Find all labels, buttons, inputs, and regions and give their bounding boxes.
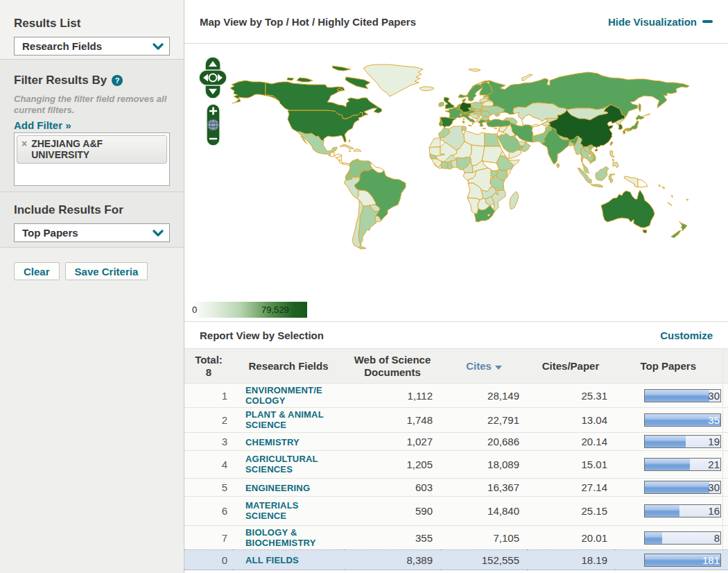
field-link[interactable]: MATERIALS SCIENCE: [245, 500, 325, 521]
clear-button[interactable]: Clear: [14, 262, 60, 280]
cites-cell: 152,555: [441, 550, 527, 570]
field-link[interactable]: ENVIRONMENT/ECOLOGY: [245, 385, 325, 406]
world-map-countries: [230, 65, 689, 249]
country-baffin[interactable]: [345, 77, 370, 89]
country-crimea[interactable]: [495, 114, 500, 117]
country-iceland[interactable]: [419, 87, 434, 91]
country-australia[interactable]: [601, 190, 655, 228]
cites-cell: 22,791: [441, 408, 527, 433]
country-denmark[interactable]: [462, 99, 466, 102]
country-fiji-group[interactable]: [686, 199, 688, 200]
legend-max-label: 79,529: [261, 305, 289, 315]
customize-link[interactable]: Customize: [660, 330, 713, 341]
country-cyprus[interactable]: [494, 128, 497, 129]
country-ellesmere[interactable]: [332, 66, 351, 71]
country-greenland[interactable]: [363, 65, 423, 96]
field-link[interactable]: PLANT & ANIMAL SCIENCE: [245, 409, 325, 430]
country-uae[interactable]: [519, 142, 526, 146]
cites-cell: 28,149: [441, 384, 527, 408]
country-jamaica[interactable]: [349, 151, 351, 152]
esi-page: Results List Research Fields Filter Resu…: [0, 0, 728, 573]
top-papers-bar: 30: [644, 389, 721, 402]
country-ireland[interactable]: [439, 102, 444, 107]
map-visualization: 0 79,529: [184, 44, 728, 322]
map-controls[interactable]: [199, 57, 227, 158]
include-results-section: Include Results For Top Papers: [0, 192, 184, 248]
country-tasmania[interactable]: [643, 230, 647, 233]
country-corsica[interactable]: [463, 119, 465, 120]
zoom-control[interactable]: [207, 104, 220, 146]
table-row: 6 MATERIALS SCIENCE 590 14,840 25.15 16: [184, 497, 728, 526]
col-header-top-papers[interactable]: Top Papers: [614, 349, 722, 384]
country-w-sahara[interactable]: [429, 137, 440, 148]
country-costa-rica[interactable]: [339, 160, 343, 163]
country-svalbard[interactable]: [469, 69, 480, 71]
documents-cell: 355: [344, 526, 441, 550]
include-results-dropdown[interactable]: Top Papers: [14, 223, 170, 242]
results-list-dropdown[interactable]: Research Fields: [14, 37, 170, 55]
country-vanuatu[interactable]: [672, 195, 673, 198]
top-papers-bar: 21: [644, 458, 721, 471]
country-victoria-island[interactable]: [297, 78, 313, 82]
country-south-korea[interactable]: [618, 124, 623, 130]
country-guatemala[interactable]: [330, 152, 334, 157]
field-link[interactable]: ENGINEERING: [245, 483, 310, 493]
save-criteria-button[interactable]: Save Criteria: [65, 262, 148, 280]
country-kamchatka-kuril[interactable]: [644, 114, 650, 116]
country-philippines[interactable]: [610, 151, 618, 168]
field-link[interactable]: CHEMISTRY: [245, 437, 300, 447]
hide-visualization-link[interactable]: Hide Visualization: [608, 16, 713, 28]
spacer-cell: [722, 433, 728, 451]
field-link[interactable]: BIOLOGY & BIOCHEMISTRY: [245, 527, 325, 548]
field-cell: PLANT & ANIMAL SCIENCE: [233, 408, 344, 433]
rank-cell: 2: [184, 408, 233, 433]
country-solomon[interactable]: [659, 185, 665, 189]
filter-chip[interactable]: × ZHEJIANG A&F UNIVERSITY: [17, 135, 167, 164]
country-cuba[interactable]: [340, 144, 354, 149]
table-row: 7 BIOLOGY & BIOCHEMISTRY 355 7,105 20.01…: [184, 526, 728, 550]
country-hainan[interactable]: [595, 149, 598, 151]
world-choropleth-map[interactable]: [184, 44, 728, 321]
country-uk[interactable]: [444, 97, 454, 109]
col-header-research-fields[interactable]: Research Fields: [233, 349, 344, 384]
filter-heading: Filter Results By: [14, 74, 107, 87]
country-tunisia[interactable]: [462, 126, 467, 130]
spacer-cell: [722, 479, 728, 497]
remove-filter-icon[interactable]: ×: [21, 138, 27, 160]
top-papers-bar: 181: [644, 554, 721, 567]
country-crete[interactable]: [483, 128, 486, 129]
report-title: Report View by Selection: [200, 330, 324, 341]
country-sri-lanka[interactable]: [557, 164, 560, 168]
rank-cell: 7: [184, 526, 233, 550]
country-ivory-coast[interactable]: [441, 162, 448, 169]
country-bahamas[interactable]: [349, 140, 350, 142]
country-png[interactable]: [638, 179, 648, 187]
help-icon[interactable]: ?: [112, 75, 123, 86]
add-filter-link[interactable]: Add Filter »: [14, 119, 71, 131]
country-novaya-zemlya[interactable]: [522, 74, 532, 80]
country-japan[interactable]: [623, 115, 644, 134]
country-taiwan[interactable]: [610, 142, 613, 146]
country-new-caledonia[interactable]: [668, 203, 672, 205]
field-link[interactable]: AGRICULTURAL SCIENCES: [245, 454, 325, 474]
pan-control[interactable]: [199, 57, 227, 99]
country-new-guinea-west[interactable]: [624, 176, 638, 187]
col-header-cites[interactable]: Cites: [441, 349, 527, 384]
field-link[interactable]: ALL FIELDS: [245, 555, 299, 565]
cites-cell: 18,089: [441, 451, 527, 479]
country-madagascar[interactable]: [510, 191, 519, 209]
country-panama[interactable]: [343, 163, 350, 166]
top-papers-bar-fill: [645, 390, 709, 402]
map-legend: 0 79,529: [191, 302, 307, 318]
report-table-body: 1 ENVIRONMENT/ECOLOGY 1,112 28,149 25.31…: [184, 384, 728, 570]
top-papers-bar: 8: [644, 531, 721, 545]
globe-icon[interactable]: [208, 119, 219, 130]
col-header-documents[interactable]: Web of Science Documents: [344, 349, 441, 384]
country-banks-island[interactable]: [287, 78, 294, 80]
country-borneo[interactable]: [596, 166, 609, 180]
col-header-cites-paper[interactable]: Cites/Paper: [527, 349, 614, 384]
country-nz-north[interactable]: [679, 221, 687, 231]
country-sakhalin[interactable]: [639, 103, 641, 112]
country-nz-south[interactable]: [671, 230, 681, 238]
country-hispaniola[interactable]: [354, 149, 361, 151]
